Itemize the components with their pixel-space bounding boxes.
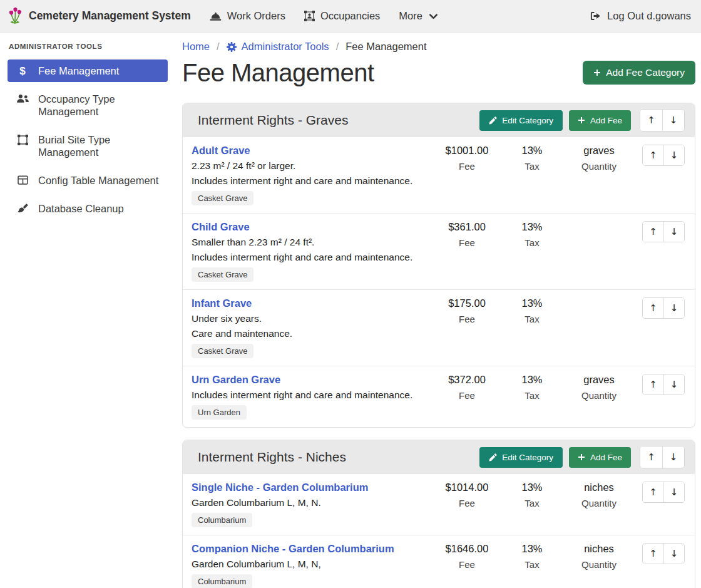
brand-title: Cemetery Management System (29, 9, 191, 23)
fee-amount-column: $175.00Fee (434, 297, 499, 324)
move-fee-up-button[interactable]: ↑ (643, 374, 663, 395)
sidebar-item-label: Config Table Management (38, 174, 161, 187)
category-reorder-group: ↑↓ (640, 446, 685, 468)
edit-category-button[interactable]: Edit Category (479, 110, 563, 131)
sidebar-item-label: Occupancy Type Management (38, 93, 161, 118)
quantity-value: niches (565, 482, 633, 493)
tax-label: Tax (499, 161, 565, 172)
tax-label: Tax (499, 498, 565, 508)
fee-name-link[interactable]: Urn Garden Grave (192, 374, 280, 385)
fee-label: Fee (434, 237, 499, 248)
move-fee-up-button[interactable]: ↑ (643, 482, 663, 502)
quantity-column: gravesQuantity (565, 374, 633, 401)
fee-amount-column: $372.00Fee (434, 374, 499, 401)
nav-item-more[interactable]: More (399, 10, 437, 22)
move-fee-down-button[interactable]: ↓ (663, 222, 684, 242)
move-fee-up-button[interactable]: ↑ (643, 544, 663, 564)
move-fee-up-button[interactable]: ↑ (643, 298, 663, 318)
quantity-value: graves (565, 145, 633, 156)
nav-item-occupancies[interactable]: Occupancies (304, 10, 380, 22)
tax-value: 13% (499, 221, 565, 232)
dollar-icon: $ (16, 66, 29, 76)
sidebar-item-occupancy-type-management[interactable]: Occupancy Type Management (8, 88, 168, 123)
fee-label: Fee (434, 161, 499, 172)
fee-name-link[interactable]: Infant Grave (192, 297, 252, 309)
category-card: Interment Rights - NichesEdit CategoryAd… (182, 440, 695, 588)
fee-description: 2.23 m² / 24 ft² or larger. (192, 160, 429, 172)
tax-value: 13% (499, 297, 565, 309)
fee-amount-column: $1001.00Fee (434, 145, 499, 172)
breadcrumb-link-home[interactable]: Home (182, 41, 210, 53)
tax-column: 13%Tax (499, 482, 565, 508)
arrow-down-icon: ↓ (670, 487, 678, 498)
move-fee-down-button[interactable]: ↓ (663, 374, 684, 395)
fee-info: Child GraveSmaller than 2.23 m² / 24 ft²… (192, 221, 434, 282)
fee-name-link[interactable]: Adult Grave (192, 145, 250, 156)
move-fee-down-button[interactable]: ↓ (663, 544, 684, 564)
arrow-up-icon: ↑ (647, 115, 655, 126)
fee-badge: Columbarium (192, 574, 252, 588)
move-fee-down-button[interactable]: ↓ (663, 482, 684, 502)
fee-description: Smaller than 2.23 m² / 24 ft². (192, 237, 429, 248)
plus-icon (578, 453, 585, 461)
quantity-label: Quantity (565, 559, 633, 570)
category-title: Interment Rights - Graves (198, 113, 479, 128)
move-category-down-button[interactable]: ↓ (662, 446, 684, 468)
fee-name-link[interactable]: Companion Niche - Garden Columbarium (192, 543, 394, 554)
fee-name-link[interactable]: Single Niche - Garden Columbarium (192, 482, 368, 493)
nav-item-label: More (399, 10, 422, 22)
fee-amount: $1001.00 (434, 145, 499, 156)
brand[interactable]: Cemetery Management System (8, 7, 191, 25)
tax-column: 13%Tax (499, 374, 565, 401)
sidebar-item-label: Burial Site Type Management (38, 133, 161, 158)
move-fee-up-button[interactable]: ↑ (643, 222, 663, 242)
fee-description: Includes interment right and care and ma… (192, 252, 429, 263)
fee-amount: $1014.00 (434, 482, 499, 493)
pencil-icon (489, 453, 497, 462)
sidebar-item-burial-site-type-management[interactable]: Burial Site Type Management (8, 128, 168, 163)
arrow-down-icon: ↓ (670, 379, 678, 390)
edit-category-button[interactable]: Edit Category (479, 447, 563, 468)
sidebar-item-label: Database Cleanup (38, 202, 161, 215)
move-category-up-button[interactable]: ↑ (640, 446, 662, 468)
quantity-value: graves (565, 374, 633, 385)
logout-button[interactable]: Log Out d.gowans (590, 10, 691, 22)
fee-amount-column: $1014.00Fee (434, 482, 499, 508)
sidebar-item-fee-management[interactable]: $Fee Management (8, 59, 168, 82)
fee-description: Under six years. (192, 313, 429, 324)
fee-badge: Casket Grave (192, 191, 253, 205)
topbar: Cemetery Management System Work OrdersOc… (0, 0, 701, 33)
fee-name-link[interactable]: Child Grave (192, 221, 250, 232)
broom-icon (16, 204, 29, 214)
fee-reorder-group: ↑↓ (642, 374, 685, 395)
move-fee-down-button[interactable]: ↓ (663, 298, 684, 318)
tax-column: 13%Tax (499, 221, 565, 248)
tax-column: 13%Tax (499, 297, 565, 324)
fee-amount: $1646.00 (434, 543, 499, 554)
add-fee-button[interactable]: Add Fee (569, 447, 631, 468)
category-header: Interment Rights - NichesEdit CategoryAd… (183, 440, 695, 474)
sidebar-item-database-cleanup[interactable]: Database Cleanup (8, 197, 168, 220)
fee-label: Fee (434, 390, 499, 401)
table-icon (16, 175, 29, 185)
arrow-down-icon: ↓ (670, 226, 678, 237)
add-fee-category-button[interactable]: Add Fee Category (583, 61, 695, 85)
fee-amount: $372.00 (434, 374, 499, 385)
category-reorder-group: ↑↓ (640, 109, 685, 132)
fee-label: Fee (434, 559, 499, 570)
breadcrumb-link-administrator-tools[interactable]: Administrator Tools (227, 41, 329, 53)
sidebar-item-config-table-management[interactable]: Config Table Management (8, 169, 168, 192)
fee-row: Adult Grave2.23 m² / 24 ft² or larger.In… (183, 137, 695, 213)
nav-item-work-orders[interactable]: Work Orders (210, 10, 285, 22)
chevron-down-icon (429, 14, 437, 19)
plus-icon (593, 69, 601, 76)
move-fee-up-button[interactable]: ↑ (643, 145, 663, 165)
breadcrumb-separator: / (217, 41, 220, 53)
fee-reorder-group: ↑↓ (642, 482, 685, 503)
add-fee-button[interactable]: Add Fee (569, 110, 631, 131)
category-card: Interment Rights - GravesEdit CategoryAd… (182, 103, 695, 428)
move-category-down-button[interactable]: ↓ (662, 110, 684, 131)
move-category-up-button[interactable]: ↑ (640, 110, 662, 131)
fee-row: Urn Garden GraveIncludes interment right… (183, 366, 695, 427)
move-fee-down-button[interactable]: ↓ (663, 145, 684, 165)
